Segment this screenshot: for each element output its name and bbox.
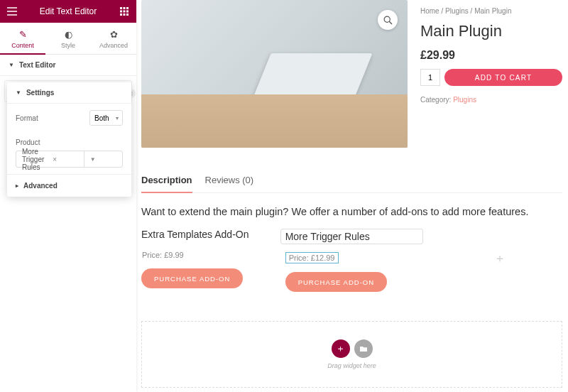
tab-advanced[interactable]: ✿ Advanced <box>91 23 136 54</box>
product-row: Product More Trigger Rules × ▼ <box>7 132 131 174</box>
editor-tabs: ✎ Content ◐ Style ✿ Advanced <box>0 23 136 55</box>
cart-row: ADD TO CART <box>420 69 562 86</box>
add-widget-button[interactable]: ＋ <box>332 339 350 358</box>
svg-rect-5 <box>126 11 129 13</box>
breadcrumb: Home / Plugins / Main Plugin <box>420 7 562 15</box>
add-to-cart-button[interactable]: ADD TO CART <box>444 69 562 86</box>
settings-title: Settings <box>26 89 54 97</box>
menu-icon[interactable] <box>6 6 18 17</box>
product-page: Home / Plugins / Main Plugin Main Plugin… <box>141 0 562 148</box>
chevron-right-icon: ▸ <box>16 183 18 189</box>
dropzone-buttons: ＋ <box>332 339 373 358</box>
tab-content-label: Content <box>11 42 34 49</box>
tab-content[interactable]: ✎ Content <box>0 23 45 54</box>
breadcrumb-current: Main Plugin <box>474 7 511 15</box>
gear-icon: ✿ <box>91 29 136 40</box>
svg-rect-1 <box>123 7 125 9</box>
purchase-button[interactable]: PURCHASE ADD-ON <box>141 268 243 288</box>
contrast-icon: ◐ <box>45 29 91 40</box>
dropzone-text: Drag widget here <box>327 362 376 369</box>
addon-price-selected: Price: £12.99 <box>285 252 339 263</box>
svg-rect-3 <box>120 11 122 13</box>
breadcrumb-plugins[interactable]: Plugins <box>445 7 469 15</box>
svg-rect-2 <box>126 7 129 9</box>
preview-canvas: Home / Plugins / Main Plugin Main Plugin… <box>136 0 568 392</box>
template-button[interactable] <box>354 339 373 358</box>
add-addon-placeholder[interactable]: ＋ <box>437 229 562 288</box>
category-link[interactable]: Plugins <box>453 96 476 104</box>
tab-style[interactable]: ◐ Style <box>45 23 91 54</box>
zoom-icon[interactable] <box>378 10 398 30</box>
quantity-input[interactable] <box>420 69 440 86</box>
product-tabs: Description Reviews (0) <box>141 175 562 193</box>
product-category: Category: Plugins <box>420 96 562 104</box>
svg-rect-7 <box>123 13 125 16</box>
format-select[interactable]: Both <box>89 110 123 126</box>
drop-zone[interactable]: ＋ Drag widget here <box>141 321 562 388</box>
product-label: Product <box>16 138 40 146</box>
description-panel: Want to extend the main plugin? We offer… <box>141 206 562 288</box>
editor-header: Edit Text Editor <box>0 0 136 23</box>
addon-more-trigger-rules: More Trigger Rules Price: £12.99 PURCHAS… <box>280 229 424 244</box>
svg-point-9 <box>384 16 390 22</box>
editor-title: Edit Text Editor <box>40 6 97 16</box>
chevron-down-icon: ▼ <box>16 89 21 96</box>
chevron-down-icon[interactable]: ▼ <box>84 151 122 167</box>
addons-row: Extra Templates Add-On Price: £9.99 PURC… <box>141 229 562 288</box>
settings-popover: ▼ Settings Format Both Product More Trig… <box>7 82 131 197</box>
editor-sidebar: Edit Text Editor ✎ Content ◐ Style ✿ Adv… <box>0 0 136 392</box>
addon-title: More Trigger Rules <box>285 231 410 242</box>
tab-reviews[interactable]: Reviews (0) <box>205 175 254 192</box>
tab-style-label: Style <box>61 42 75 49</box>
addon-extra-templates: Extra Templates Add-On Price: £9.99 PURC… <box>141 229 266 288</box>
addon-title: Extra Templates Add-On <box>141 229 266 240</box>
breadcrumb-home[interactable]: Home <box>420 7 439 15</box>
section-text-editor[interactable]: ▼ Text Editor <box>0 55 136 76</box>
purchase-button[interactable]: PURCHASE ADD-ON <box>285 272 387 292</box>
svg-rect-0 <box>120 7 122 9</box>
chevron-down-icon: ▼ <box>9 62 14 68</box>
product-image <box>141 0 408 148</box>
svg-rect-8 <box>126 13 129 16</box>
addon-price: Price: £9.99 <box>141 250 266 260</box>
product-select-value: More Trigger Rules <box>16 148 48 171</box>
clear-icon[interactable]: × <box>48 156 83 163</box>
apps-icon[interactable] <box>119 6 130 17</box>
settings-header[interactable]: ▼ Settings <box>7 82 131 104</box>
tab-advanced-label: Advanced <box>99 42 128 49</box>
description-text: Want to extend the main plugin? We offer… <box>141 206 562 217</box>
svg-line-10 <box>389 21 392 24</box>
format-label: Format <box>16 114 38 122</box>
svg-rect-6 <box>120 13 122 16</box>
advanced-section[interactable]: ▸ Advanced <box>7 174 131 197</box>
svg-rect-4 <box>123 11 125 13</box>
product-price: £29.99 <box>420 49 562 62</box>
format-row: Format Both <box>7 104 131 132</box>
advanced-label: Advanced <box>23 182 58 190</box>
tab-description[interactable]: Description <box>141 175 192 192</box>
product-select[interactable]: More Trigger Rules × ▼ <box>16 151 123 168</box>
pencil-icon: ✎ <box>0 29 45 40</box>
product-info: Home / Plugins / Main Plugin Main Plugin… <box>420 0 562 148</box>
section-label: Text Editor <box>19 61 55 69</box>
product-title: Main Plugin <box>420 22 562 40</box>
